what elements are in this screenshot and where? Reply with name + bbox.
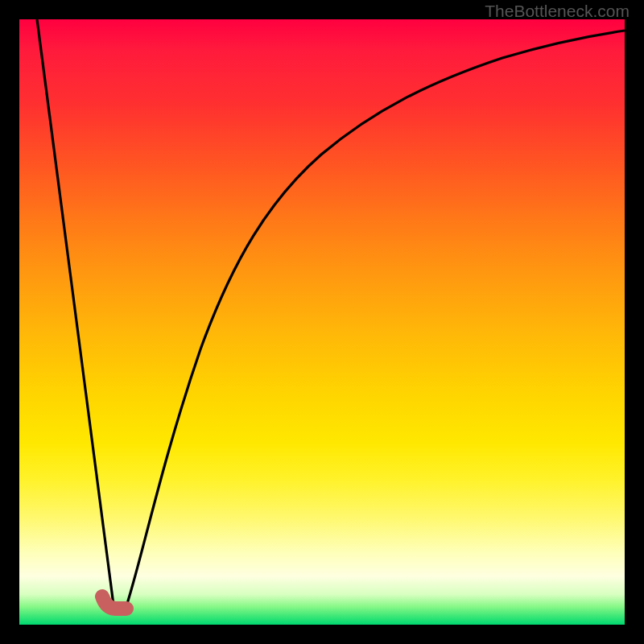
optimal-marker — [102, 597, 126, 609]
bottleneck-curve-left — [37, 19, 114, 611]
watermark-text: TheBottleneck.com — [485, 2, 630, 21]
chart-plot-area — [19, 19, 625, 625]
bottleneck-curve-right — [125, 31, 625, 611]
chart-svg — [19, 19, 625, 625]
